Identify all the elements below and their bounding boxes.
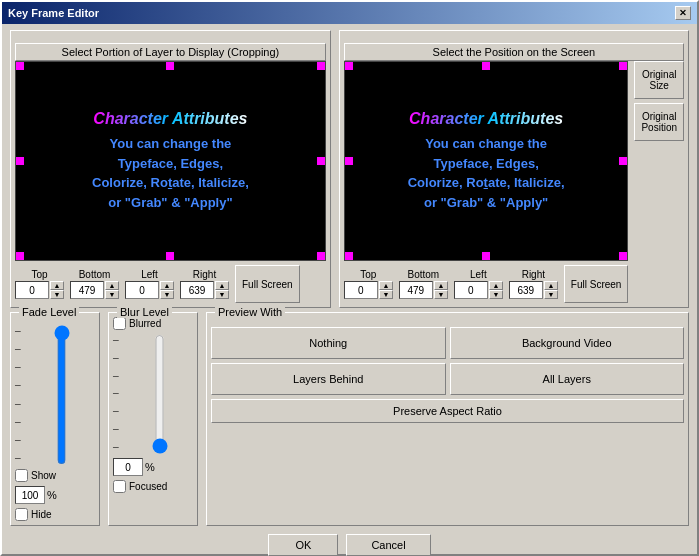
all-layers-button[interactable]: All Layers: [450, 363, 685, 395]
right-left-spinner: ▲ ▼: [489, 281, 503, 299]
right-top-up[interactable]: ▲: [379, 281, 393, 290]
fade-pct-symbol: %: [47, 489, 57, 501]
left-left-ctrl: Left ▲ ▼: [125, 269, 174, 299]
left-bottom-label: Bottom: [79, 269, 111, 280]
ok-button[interactable]: OK: [268, 534, 338, 556]
right-bottom-input[interactable]: [399, 281, 433, 299]
fade-hide-label: Hide: [15, 508, 95, 521]
right-right-input-wrap: ▲ ▼: [509, 281, 558, 299]
left-bottom-input[interactable]: [70, 281, 104, 299]
blur-slider[interactable]: [126, 334, 193, 454]
right-right-down[interactable]: ▼: [544, 290, 558, 299]
handle-bm[interactable]: [166, 252, 174, 260]
handle-ml[interactable]: [16, 157, 24, 165]
fade-show-checkbox[interactable]: [15, 469, 28, 482]
left-right-spinner: ▲ ▼: [215, 281, 229, 299]
cancel-button[interactable]: Cancel: [346, 534, 430, 556]
right-right-input[interactable]: [509, 281, 543, 299]
right-handle-mr[interactable]: [619, 157, 627, 165]
left-top-input-wrap: ▲ ▼: [15, 281, 64, 299]
left-canvas-body: You can change theTypeface, Edges,Colori…: [92, 134, 249, 212]
blur-percent-row: %: [113, 458, 193, 476]
fade-slider-area: ─ ─ ─ ─ ─ ─ ─ ─: [15, 325, 95, 465]
preview-with-grid: Nothing Background Video Layers Behind A…: [211, 327, 684, 395]
right-bottom-ctrl: Bottom ▲ ▼: [399, 269, 448, 299]
right-right-spinner: ▲ ▼: [544, 281, 558, 299]
left-panel-label: Select Portion of Layer to Display (Crop…: [15, 43, 326, 61]
right-left-input[interactable]: [454, 281, 488, 299]
left-top-input[interactable]: [15, 281, 49, 299]
right-top-label: Top: [360, 269, 376, 280]
top-panels: Select Portion of Layer to Display (Crop…: [10, 30, 689, 308]
right-canvas-body: You can change theTypeface, Edges,Colori…: [408, 134, 565, 212]
blur-ticks: ─ ─ ─ ─ ─ ─ ─: [113, 334, 123, 454]
original-size-button[interactable]: OriginalSize: [634, 61, 684, 99]
preview-with-section: Preview With Nothing Background Video La…: [206, 312, 689, 526]
left-top-up[interactable]: ▲: [50, 281, 64, 290]
left-left-down[interactable]: ▼: [160, 290, 174, 299]
layers-behind-button[interactable]: Layers Behind: [211, 363, 446, 395]
blur-slider-area: ─ ─ ─ ─ ─ ─ ─: [113, 334, 193, 454]
right-left-input-wrap: ▲ ▼: [454, 281, 503, 299]
right-preview-area: Character Attributes You can change theT…: [344, 61, 684, 303]
handle-mr[interactable]: [317, 157, 325, 165]
preview-with-label: Preview With: [215, 306, 285, 318]
left-left-up[interactable]: ▲: [160, 281, 174, 290]
left-right-label: Right: [193, 269, 216, 280]
blur-value-input[interactable]: [113, 458, 143, 476]
nothing-button[interactable]: Nothing: [211, 327, 446, 359]
right-right-ctrl: Right ▲ ▼: [509, 269, 558, 299]
handle-tr[interactable]: [317, 62, 325, 70]
left-bottom-spinner: ▲ ▼: [105, 281, 119, 299]
close-button[interactable]: ✕: [675, 6, 691, 20]
right-handle-tr[interactable]: [619, 62, 627, 70]
left-left-input[interactable]: [125, 281, 159, 299]
handle-tl[interactable]: [16, 62, 24, 70]
right-handle-tm[interactable]: [482, 62, 490, 70]
handle-tm[interactable]: [166, 62, 174, 70]
right-canvas-content: Character Attributes You can change theT…: [400, 102, 573, 220]
fade-slider[interactable]: [28, 325, 95, 465]
preserve-aspect-button[interactable]: Preserve Aspect Ratio: [211, 399, 684, 423]
blur-blurred-check-wrap: Blurred: [113, 317, 193, 330]
background-video-button[interactable]: Background Video: [450, 327, 685, 359]
blur-blurred-checkbox[interactable]: [113, 317, 126, 330]
right-bottom-input-wrap: ▲ ▼: [399, 281, 448, 299]
right-handle-br[interactable]: [619, 252, 627, 260]
right-top-down[interactable]: ▼: [379, 290, 393, 299]
right-handle-bl[interactable]: [345, 252, 353, 260]
right-bottom-down[interactable]: ▼: [434, 290, 448, 299]
left-bottom-up[interactable]: ▲: [105, 281, 119, 290]
right-full-screen-button[interactable]: Full Screen: [564, 265, 629, 303]
left-canvas-title: Character Attributes: [92, 110, 249, 128]
right-top-input[interactable]: [344, 281, 378, 299]
left-full-screen-button[interactable]: Full Screen: [235, 265, 300, 303]
right-left-down[interactable]: ▼: [489, 290, 503, 299]
right-top-spinner: ▲ ▼: [379, 281, 393, 299]
fade-value-input[interactable]: [15, 486, 45, 504]
blur-focused-label: Focused: [113, 480, 193, 493]
right-position-panel: Select the Position on the Screen: [339, 30, 689, 308]
blur-focused-checkbox[interactable]: [113, 480, 126, 493]
right-handle-ml[interactable]: [345, 157, 353, 165]
right-bottom-up[interactable]: ▲: [434, 281, 448, 290]
left-right-up[interactable]: ▲: [215, 281, 229, 290]
left-bottom-down[interactable]: ▼: [105, 290, 119, 299]
blur-focused-check-wrap: Focused: [113, 480, 193, 493]
left-top-down[interactable]: ▼: [50, 290, 64, 299]
left-right-input-wrap: ▲ ▼: [180, 281, 229, 299]
right-bottom-spinner: ▲ ▼: [434, 281, 448, 299]
right-left-up[interactable]: ▲: [489, 281, 503, 290]
right-right-up[interactable]: ▲: [544, 281, 558, 290]
handle-br[interactable]: [317, 252, 325, 260]
right-handle-bm[interactable]: [482, 252, 490, 260]
right-top-ctrl: Top ▲ ▼: [344, 269, 393, 299]
left-right-down[interactable]: ▼: [215, 290, 229, 299]
original-position-button[interactable]: OriginalPosition: [634, 103, 684, 141]
blur-pct-symbol: %: [145, 461, 155, 473]
left-right-input[interactable]: [180, 281, 214, 299]
left-left-label: Left: [141, 269, 158, 280]
right-handle-tl[interactable]: [345, 62, 353, 70]
fade-hide-checkbox[interactable]: [15, 508, 28, 521]
handle-bl[interactable]: [16, 252, 24, 260]
